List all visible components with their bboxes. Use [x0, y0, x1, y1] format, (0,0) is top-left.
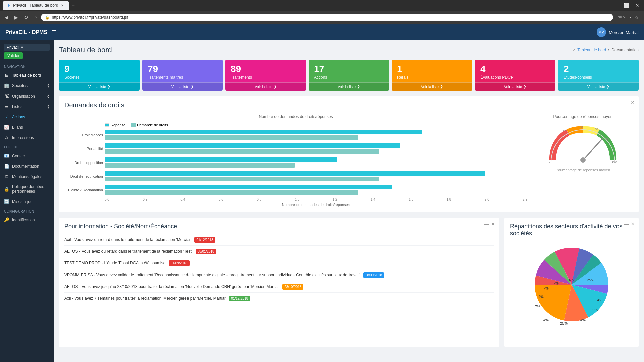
bar-row-3: Droit de rectification — [105, 171, 527, 181]
forward-button[interactable]: ▶ — [12, 13, 20, 21]
sidebar-item-contact[interactable]: 📧 Contact — [0, 150, 54, 161]
sidebar-item-documentation[interactable]: 📄 Documentation — [0, 161, 54, 171]
sidebar-item-listes[interactable]: ☰ Listes ❮ — [0, 101, 54, 112]
bar-group-3 — [105, 171, 527, 181]
stat-link-etudes[interactable]: Voir la liste ❯ — [558, 82, 639, 90]
info-text-0: Axil - Vous avez du retard dans le trait… — [64, 237, 191, 242]
sidebar-item-mentions[interactable]: ⚖ Mentions légales — [0, 171, 54, 182]
legend-response: Réponse — [105, 123, 125, 127]
dropdown-arrow-icon: ▾ — [21, 45, 23, 50]
bar-demand-0 — [105, 135, 358, 140]
info-item-3: VPOMMIER SA - Vous devez valider le trai… — [64, 269, 494, 281]
stat-link-traitements[interactable]: Voir la liste ❯ — [225, 82, 306, 90]
stat-card-etudes: 2 Études-conseils Voir la liste ❯ — [558, 60, 639, 90]
restore-button[interactable]: ⬜ — [622, 1, 631, 9]
stat-link-societes[interactable]: Voir la liste ❯ — [59, 82, 140, 90]
menu-toggle-button[interactable]: ☰ — [51, 28, 57, 36]
stat-label-societes: Sociétés — [64, 75, 134, 80]
browser-tabs: P Privacil | Tableau de bord ✕ + — ⬜ ✕ — [0, 0, 644, 11]
bar-row-2: Droit d'opposition — [105, 157, 527, 168]
sidebar-item-tableau-de-bord[interactable]: ⊞ Tableau de bord — [0, 70, 54, 80]
bar-demand-1 — [105, 149, 379, 154]
home-button[interactable]: ⌂ — [32, 13, 39, 21]
bar-row-0: Droit d'accès — [105, 130, 527, 140]
sidebar-label-listes: Listes — [12, 104, 22, 109]
sidebar-org-dropdown[interactable]: Privacil ▾ — [4, 44, 50, 51]
sidebar-item-actions[interactable]: ✓ Actions — [0, 112, 54, 122]
minimize-button[interactable]: — — [611, 1, 620, 9]
stat-number-traitements: 89 — [231, 64, 301, 74]
bar-label-4: Plainte / Réclamation — [63, 188, 103, 192]
bar-demand-4 — [105, 190, 358, 195]
sidebar-item-impressions[interactable]: 🖨 Impressions — [0, 132, 54, 143]
stat-card-evaluations: 4 Évaluations PDCP Voir la liste ❯ — [475, 60, 555, 90]
legend-demand: Demande de droits — [131, 123, 168, 127]
refresh-button[interactable]: ↻ — [22, 13, 30, 21]
charts-inner: Nombre de demandes de droits/réponses Ré… — [64, 114, 633, 207]
back-button[interactable]: ◀ — [3, 13, 10, 21]
minimize-section-button[interactable]: — — [624, 100, 629, 105]
sidebar-label-documentation: Documentation — [12, 164, 39, 169]
breadcrumb-home[interactable]: Tableau de bord — [577, 48, 606, 52]
sidebar-section-configuration: Configuration — [0, 207, 54, 215]
stat-number-societes: 9 — [64, 64, 134, 74]
stat-number-evaluations: 4 — [480, 64, 550, 74]
bar-chart-container: Droit d'accès Portabilité — [64, 130, 527, 195]
stat-link-relais[interactable]: Voir la liste ❯ — [392, 82, 472, 90]
sidebar-item-politique[interactable]: 🔒 Politique données personnelles — [0, 182, 54, 196]
minimize-info-button[interactable]: — — [484, 222, 489, 226]
close-window-button[interactable]: ✕ — [633, 1, 641, 9]
bar-response-3 — [105, 171, 485, 176]
info-text-3: VPOMMIER SA - Vous devez valider le trai… — [64, 273, 360, 277]
sidebar-brand: Privacil ▾ Valider — [0, 40, 54, 62]
svg-text:80: 80 — [606, 137, 609, 140]
sidebar-label-actions: Actions — [12, 115, 25, 119]
stat-link-traitements-maitres[interactable]: Voir la liste ❯ — [142, 82, 223, 90]
address-bar[interactable]: 🔒 https://www.privacil.fr/private/dashbo… — [41, 14, 613, 21]
user-name: Mercier, Martial — [609, 30, 639, 35]
tab-close-button[interactable]: ✕ — [61, 4, 64, 7]
sectors-panel: — ✕ Répartitions des secteurs d'activité… — [504, 218, 639, 347]
svg-line-6 — [583, 138, 603, 160]
stat-label-traitements: Traitements — [231, 75, 301, 80]
sidebar-item-societes[interactable]: 🏢 Sociétés ❮ — [0, 80, 54, 91]
sidebar-item-mises-a-jour[interactable]: 🔄 Mises à jour — [0, 196, 54, 207]
close-sectors-button[interactable]: ✕ — [631, 222, 635, 226]
bar-demand-2 — [105, 163, 295, 168]
legend-color-demand — [131, 123, 136, 127]
stat-number-relais: 1 — [397, 64, 467, 74]
browser-actions: 90 % ⋯ ☆ — [615, 15, 641, 20]
active-tab[interactable]: P Privacil | Tableau de bord ✕ — [3, 1, 69, 10]
stat-card-relais: 1 Relais Voir la liste ❯ — [392, 60, 472, 90]
chevron-right-icon: ❮ — [47, 84, 50, 87]
sectors-title: Répartitions des secteurs d'activité de … — [510, 223, 633, 237]
close-section-button[interactable]: ✕ — [631, 100, 635, 105]
stat-link-actions[interactable]: Voir la liste ❯ — [309, 82, 389, 90]
info-item-1: AETOS - Vous avez du retard dans le trai… — [64, 246, 494, 257]
menu-icon[interactable]: ⋯ — [628, 15, 633, 20]
sidebar-item-organisation[interactable]: 🏗 Organisation ❮ — [0, 91, 54, 101]
impressions-icon: 🖨 — [4, 135, 9, 140]
bottom-panels: — ✕ Pour information - Société/Nom/Échéa… — [59, 218, 639, 347]
breadcrumb-doc[interactable]: Documentation — [611, 48, 639, 52]
bar-response-0 — [105, 130, 422, 134]
validate-button[interactable]: Valider — [4, 52, 23, 59]
close-info-button[interactable]: ✕ — [491, 222, 495, 226]
stat-label-evaluations: Évaluations PDCP — [480, 75, 550, 80]
user-info: MM Mercier, Martial — [597, 27, 639, 37]
new-tab-button[interactable]: + — [69, 2, 77, 8]
bar-chart-title: Nombre de demandes de droits/réponses — [64, 114, 527, 119]
sidebar-item-bilans[interactable]: 📈 Bilans — [0, 122, 54, 132]
minimize-sectors-button[interactable]: — — [624, 222, 629, 226]
info-date-1: 08/01/2018 — [196, 249, 216, 254]
page-header: Tableau de bord ⌂ Tableau de bord › Docu… — [59, 46, 639, 54]
svg-text:20: 20 — [563, 130, 566, 133]
sidebar-item-identification[interactable]: 🔑 Identification — [0, 215, 54, 225]
bookmark-icon[interactable]: ☆ — [635, 15, 639, 20]
breadcrumb-home-icon: ⌂ — [573, 48, 575, 52]
app-logo: PrivaCIL - DPMS — [5, 29, 47, 35]
bar-label-2: Droit d'opposition — [63, 161, 103, 165]
stat-link-evaluations[interactable]: Voir la liste ❯ — [475, 82, 555, 90]
documentation-icon: 📄 — [4, 164, 9, 169]
svg-point-7 — [580, 157, 586, 163]
